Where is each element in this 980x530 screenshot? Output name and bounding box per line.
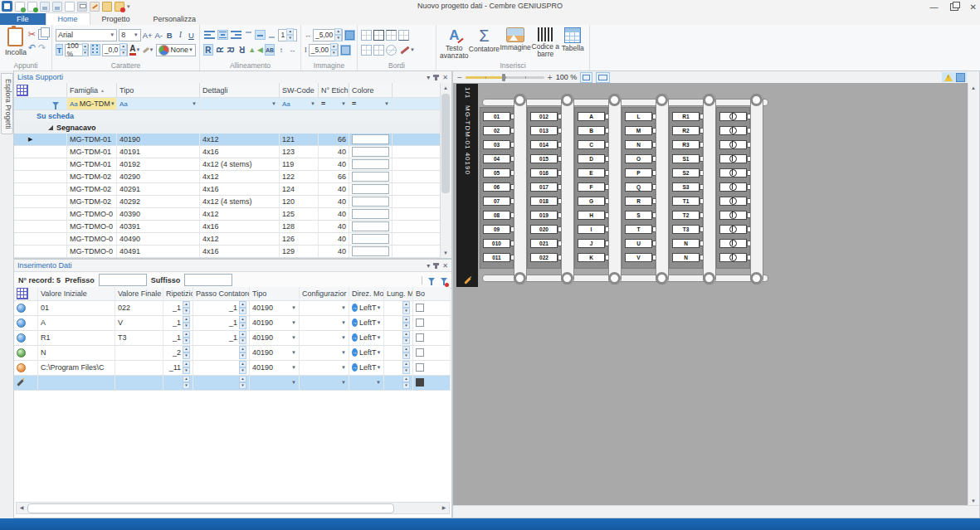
cell-valore-finale[interactable]: T3 [115,331,163,345]
label-tag[interactable]: 016 [530,168,558,177]
filter-tipo-cell[interactable]: Aa▼ [117,98,200,109]
insert-barcode-button[interactable]: Codice a barre [531,27,560,66]
fill-color-combo[interactable]: None ▼ [156,44,196,56]
color-swatch[interactable] [352,184,389,194]
label-tag[interactable]: 05 [483,168,510,177]
rotate-90-icon[interactable]: R [214,45,226,54]
label-tag[interactable]: N [672,239,700,248]
spinner[interactable]: _2▲▼ [173,346,190,359]
char-spacing-toggle[interactable] [90,44,100,56]
cell-lunghezza[interactable]: ▲▼ [384,316,413,330]
cell-bo[interactable] [413,361,451,375]
cell-tipo[interactable]: 40190▼ [250,316,300,330]
suffisso-input[interactable] [184,274,232,286]
chevron-down-icon[interactable]: ▼ [192,101,197,106]
decrease-font-button[interactable]: A- [154,29,163,41]
zoom-slider[interactable] [466,76,544,79]
lista-vertical-scrollbar[interactable]: ▲ ▼ [440,83,451,258]
cell-passo-contatore[interactable]: ▲▼ [193,346,250,360]
data-entry-row[interactable]: C:\Program Files\C_11▲▼▲▼40190▼▼→LeftT▼▲… [14,361,451,376]
copy-icon[interactable] [38,29,48,40]
zoom-in-icon[interactable]: + [548,73,553,82]
group-row-segnacavo[interactable]: Segnacavo [14,122,441,134]
tab-file[interactable]: File [0,13,46,25]
filter-n-etich-cell[interactable]: =▼ [319,98,349,109]
chevron-down-icon[interactable]: ▼ [341,320,346,325]
spinner-buttons[interactable]: ▲▼ [183,301,190,314]
restore-button[interactable] [950,3,958,11]
grid-icon[interactable] [17,288,28,299]
align-left-icon[interactable] [203,29,216,41]
spinner-buttons[interactable]: ▲▼ [286,28,294,41]
cell-lunghezza[interactable]: ▲▼ [384,301,413,315]
spinner[interactable]: ▲▼ [401,301,410,314]
filter-icon[interactable] [428,278,435,282]
chevron-down-icon[interactable]: ▼ [341,365,346,370]
fit-width-icon[interactable] [596,72,610,83]
insert-image-button[interactable]: Immagine [500,27,531,66]
cell-lunghezza[interactable]: ▲▼ [384,376,413,390]
cell-passo-contatore[interactable]: ▲▼ [193,361,250,375]
label-tag[interactable]: 09 [483,225,510,234]
border-outside-icon[interactable] [361,30,372,41]
spinner[interactable]: ▲▼ [237,376,246,389]
checkbox[interactable] [416,363,424,372]
fit-page-icon[interactable] [580,72,592,83]
label-tag[interactable]: 018 [530,197,558,206]
cell-bo[interactable] [413,316,451,330]
spinner-buttons[interactable]: ▲▼ [239,301,246,314]
label-tag[interactable]: J [578,239,605,248]
chevron-down-icon[interactable]: ▼ [271,101,276,106]
cell-ripetizione[interactable]: _11▲▼ [163,361,193,375]
mirror-vertical-icon[interactable]: ▲ [248,46,256,54]
border-pen-button[interactable]: ▼ [398,44,417,56]
color-swatch[interactable] [352,147,389,157]
cell-configurazione[interactable]: ▼ [300,376,349,390]
label-tag[interactable]: D [578,154,605,163]
label-tag[interactable]: 021 [530,239,558,248]
checkbox[interactable] [416,318,424,327]
spinner[interactable]: ▲▼ [181,376,190,389]
scroll-down-icon[interactable]: ▼ [441,248,451,258]
minimize-button[interactable]: — [930,2,939,12]
mirror-horizontal-icon[interactable]: ◀ [257,46,263,54]
chevron-down-icon[interactable]: ▼ [310,101,315,106]
warning-icon[interactable] [944,74,953,81]
label-tag[interactable]: 013 [530,126,558,135]
label-tag[interactable]: 06 [483,182,510,192]
cell-ripetizione[interactable]: _1▲▼ [163,331,193,345]
color-swatch[interactable] [352,234,389,244]
zoom-slider-thumb[interactable] [502,74,505,81]
inserimento-horizontal-scrollbar[interactable]: ◀ ▶ [16,502,450,514]
table-row[interactable]: MG-TDMO-0403904x1212540 [14,208,441,221]
spinner[interactable]: ▲▼ [401,376,410,389]
spinner[interactable]: _1▲▼ [229,301,246,314]
column-header-valore-iniziale[interactable]: Valore Iniziale [38,287,115,299]
rotate-0-icon[interactable]: R [203,44,213,56]
scroll-left-icon[interactable]: ◀ [17,503,27,513]
spinner-buttons[interactable]: ▲▼ [183,331,190,344]
stretch-icon[interactable]: ↔ [288,44,297,56]
cell-tipo[interactable]: ▼ [250,376,300,390]
label-tag[interactable] [719,126,747,135]
column-header-passo-contatore[interactable]: Passo Contatore [193,287,250,299]
column-header-colore[interactable]: Colore [349,83,392,97]
cell-lunghezza[interactable]: ▲▼ [384,346,413,360]
insert-advanced-text-button[interactable]: A Testo avanzato [440,27,469,66]
cell-valore-finale[interactable] [115,361,163,375]
text-scale-toggle[interactable]: T [56,44,63,56]
label-tag[interactable]: S1 [672,154,700,163]
color-swatch[interactable] [352,159,389,169]
spinner-buttons[interactable]: ▲▼ [239,331,246,344]
italic-button[interactable]: I [176,29,185,41]
spinner[interactable]: ▲▼ [401,316,410,329]
undo-icon[interactable]: ↶ [28,42,36,53]
label-tag[interactable] [719,112,747,121]
chevron-down-icon[interactable]: ▼ [291,320,296,325]
align-right-icon[interactable] [230,29,242,41]
chevron-down-icon[interactable]: ▼ [110,101,115,106]
color-swatch[interactable] [352,209,389,219]
column-header-tipo[interactable]: Tipo [250,287,300,299]
table-row[interactable]: MG-TDM-02402914x1612440 [14,183,441,196]
cell-valore-finale[interactable]: 022 [115,301,163,315]
